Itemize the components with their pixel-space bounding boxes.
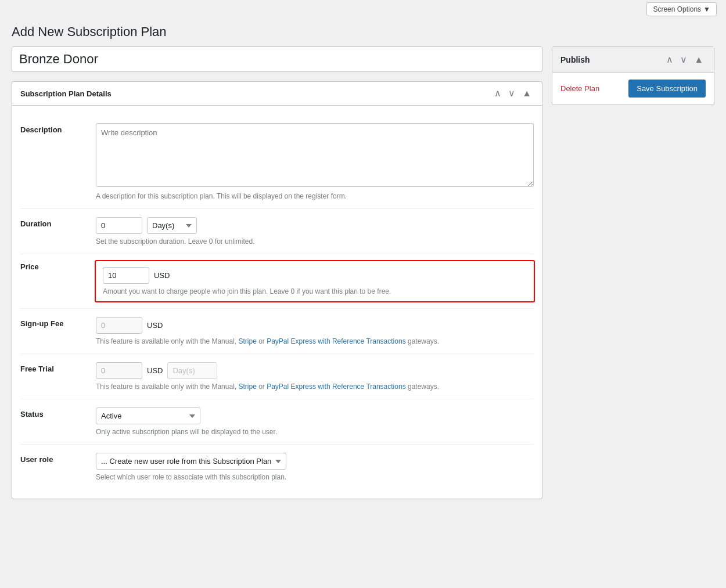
user-role-field-content: ... Create new user role from this Subsc… [96,453,534,481]
duration-input-row: Day(s) Week(s) Month(s) Year(s) [96,217,534,234]
user-role-field-row: User role ... Create new user role from … [20,445,534,489]
publish-down-button[interactable]: ∨ [678,53,689,66]
status-hint: Only active subscription plans will be d… [96,428,534,436]
main-layout: Subscription Plan Details ∧ ∨ ▲ Descript… [0,46,726,511]
signup-fee-currency-label: USD [147,321,163,330]
metabox-controls: ∧ ∨ ▲ [492,88,534,99]
metabox-collapse-button[interactable]: ▲ [520,88,534,99]
signup-fee-field-row: Sign-up Fee USD This feature is availabl… [20,309,534,354]
free-trial-stripe-link[interactable]: Stripe [238,383,256,391]
signup-fee-label: Sign-up Fee [20,317,96,328]
duration-field-row: Duration Day(s) Week(s) Month(s) Year(s)… [20,209,534,254]
free-trial-hint-suffix: gateways. [408,383,439,391]
price-highlight-box: USD Amount you want to charge people who… [95,260,535,302]
price-field-content: USD Amount you want to charge people who… [96,254,534,308]
subscription-details-metabox: Subscription Plan Details ∧ ∨ ▲ Descript… [12,81,542,499]
price-label: Price [20,254,96,271]
free-trial-label: Free Trial [20,362,96,373]
top-bar: Screen Options ▼ [0,0,726,19]
delete-plan-link[interactable]: Delete Plan [560,84,599,93]
left-column: Subscription Plan Details ∧ ∨ ▲ Descript… [12,46,542,499]
free-trial-hint: This feature is available only with the … [96,383,534,391]
screen-options-label: Screen Options [653,5,701,13]
free-trial-currency-label: USD [147,366,163,375]
metabox-title: Subscription Plan Details [20,89,112,98]
price-field-row: Price USD Amount you want to charge peop… [20,254,534,309]
user-role-select[interactable]: ... Create new user role from this Subsc… [96,453,286,470]
signup-fee-or-text: or [258,337,267,345]
metabox-up-button[interactable]: ∧ [492,88,504,99]
free-trial-field-row: Free Trial USD Day(s) Week(s) Month(s) Y… [20,354,534,399]
user-role-hint: Select which user role to associate with… [96,473,534,481]
duration-unit-select[interactable]: Day(s) Week(s) Month(s) Year(s) [147,217,197,234]
free-trial-hint-prefix: This feature is available only with the … [96,383,238,391]
description-field-row: Description A description for this subsc… [20,115,534,209]
stripe-link[interactable]: Stripe [238,337,256,345]
description-hint: A description for this subscription plan… [96,192,534,200]
publish-box: Publish ∧ ∨ ▲ Delete Plan Save Subscript… [552,46,714,105]
duration-field-content: Day(s) Week(s) Month(s) Year(s) Set the … [96,217,534,246]
metabox-header: Subscription Plan Details ∧ ∨ ▲ [12,82,542,106]
free-trial-field-content: USD Day(s) Week(s) Month(s) Year(s) This… [96,362,534,391]
status-field-row: Status Active Inactive Only active subsc… [20,399,534,445]
price-hint: Amount you want to charge people who joi… [103,287,527,295]
price-currency-label: USD [154,271,170,280]
publish-up-button[interactable]: ∧ [664,53,675,66]
free-trial-unit-select[interactable]: Day(s) Week(s) Month(s) Year(s) [167,362,217,379]
status-select[interactable]: Active Inactive [96,407,200,424]
chevron-down-icon: ▼ [703,5,710,13]
duration-number-input[interactable] [96,217,142,234]
price-number-input[interactable] [103,267,149,284]
status-label: Status [20,407,96,419]
metabox-down-button[interactable]: ∨ [506,88,517,99]
description-label: Description [20,123,96,134]
publish-body: Delete Plan Save Subscription [552,73,714,104]
status-field-content: Active Inactive Only active subscription… [96,407,534,436]
signup-fee-hint-suffix: gateways. [408,337,439,345]
save-subscription-button[interactable]: Save Subscription [628,80,706,98]
signup-fee-number-input[interactable] [96,317,142,334]
description-textarea[interactable] [96,123,534,187]
free-trial-input-row: USD Day(s) Week(s) Month(s) Year(s) [96,362,534,379]
screen-options-button[interactable]: Screen Options ▼ [646,2,717,16]
right-column: Publish ∧ ∨ ▲ Delete Plan Save Subscript… [552,46,714,105]
signup-fee-field-content: USD This feature is available only with … [96,317,534,345]
signup-fee-input-row: USD [96,317,534,334]
duration-hint: Set the subscription duration. Leave 0 f… [96,237,534,246]
publish-header: Publish ∧ ∨ ▲ [552,47,714,73]
duration-label: Duration [20,217,96,228]
free-trial-paypal-link[interactable]: PayPal Express with Reference Transactio… [267,383,405,391]
signup-fee-hint-prefix: This feature is available only with the … [96,337,238,345]
signup-fee-hint: This feature is available only with the … [96,337,534,345]
description-field-content: A description for this subscription plan… [96,123,534,200]
free-trial-number-input[interactable] [96,362,142,379]
paypal-link[interactable]: PayPal Express with Reference Transactio… [267,337,405,345]
price-input-row: USD [103,267,527,284]
publish-title: Publish [560,55,590,64]
plan-title-input[interactable] [12,46,542,72]
publish-collapse-button[interactable]: ▲ [692,53,706,66]
user-role-label: User role [20,453,96,464]
publish-header-controls: ∧ ∨ ▲ [664,53,706,66]
free-trial-or-text: or [258,383,267,391]
metabox-body: Description A description for this subsc… [12,106,542,499]
page-title: Add New Subscription Plan [0,19,726,46]
